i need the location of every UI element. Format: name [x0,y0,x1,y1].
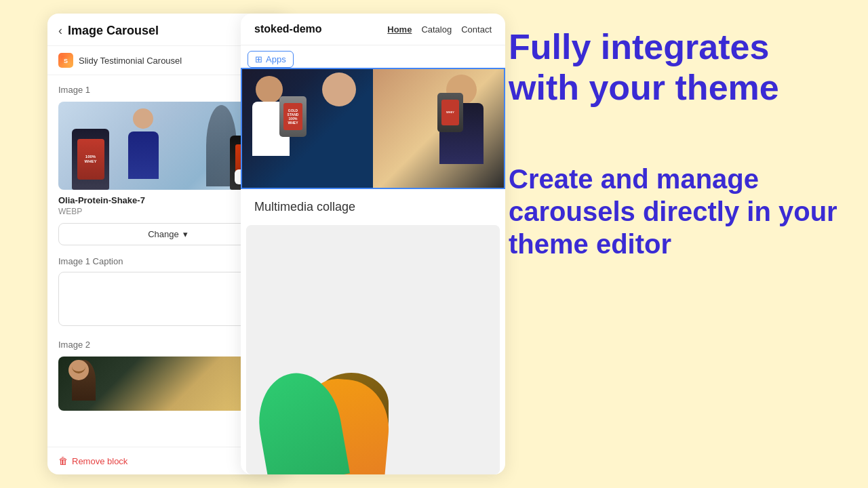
apps-grid-icon: ⊞ [255,54,262,64]
nav-links: Home Catalog Contact [387,24,492,35]
preview-header: stoked-demo Home Catalog Contact [241,14,505,45]
app-icon: S [58,53,73,68]
remove-block-button[interactable]: 🗑 Remove block [58,455,127,466]
nav-catalog[interactable]: Catalog [421,24,452,35]
carousel-image-1: GOLDSTAND100%WHEY [242,69,373,188]
carousel-area: GOLDSTAND100%WHEY WHEY [241,68,505,189]
remove-block-label: Remove block [72,456,127,466]
multimedia-label: Multimedia collage [241,189,505,225]
panel-title: Image Carousel [68,24,159,38]
trash-icon: 🗑 [58,455,68,466]
app-name: Slidy Testimonial Carousel [79,56,182,66]
carousel-image-2: WHEY [373,69,504,188]
chevron-down-icon: ▾ [183,229,188,239]
carousel-images: GOLDSTAND100%WHEY WHEY [242,69,504,188]
nav-home[interactable]: Home [387,24,412,35]
subheadline-text: Create and manage carousels directly in … [509,163,841,260]
bottom-preview [246,225,500,474]
headline-text: Fully integrates with your theme [509,27,841,108]
store-name: stoked-demo [254,23,322,35]
nav-contact[interactable]: Contact [461,24,492,35]
clothing-simulation [246,225,500,474]
back-icon[interactable]: ‹ [58,24,62,38]
change-button-label: Change [148,229,179,239]
right-text-area: Fully integrates with your theme Create … [509,27,841,260]
apps-badge-label: Apps [266,54,286,64]
preview-panel: stoked-demo Home Catalog Contact ⊞ Apps [241,14,505,474]
apps-badge[interactable]: ⊞ Apps [248,51,294,68]
svg-text:S: S [64,58,68,64]
panel-header-left: ‹ Image Carousel [58,24,159,38]
